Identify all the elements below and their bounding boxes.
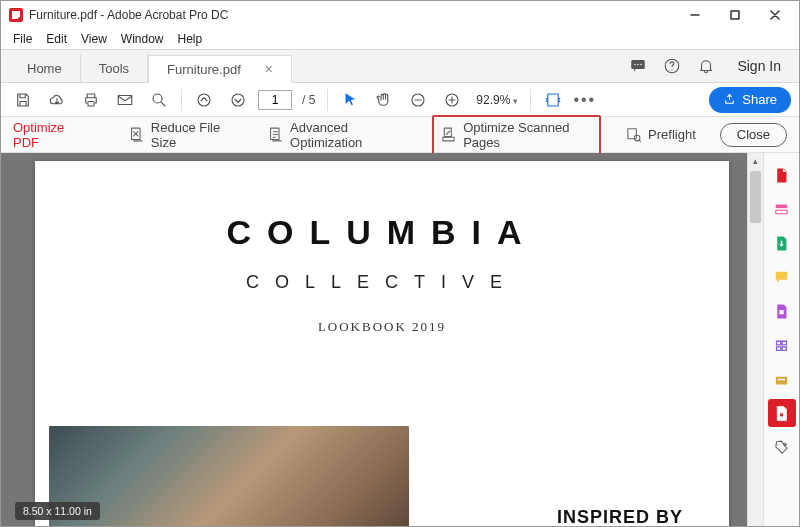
app-icon bbox=[9, 8, 23, 22]
zoom-out-icon[interactable] bbox=[404, 86, 432, 114]
rail-combine-icon[interactable] bbox=[768, 195, 796, 223]
svg-point-7 bbox=[153, 94, 162, 103]
rail-protect-icon[interactable] bbox=[768, 365, 796, 393]
vertical-scrollbar[interactable]: ▴ bbox=[747, 153, 763, 526]
svg-rect-19 bbox=[776, 204, 787, 208]
svg-point-9 bbox=[232, 94, 244, 106]
doc-inspired-label: INSPIRED BY bbox=[557, 507, 683, 526]
svg-rect-22 bbox=[776, 376, 787, 384]
svg-point-4 bbox=[641, 64, 643, 66]
close-window-button[interactable] bbox=[755, 1, 795, 29]
doc-subheading: COLLECTIVE bbox=[35, 272, 729, 293]
svg-rect-21 bbox=[779, 310, 783, 314]
tab-document-label: Furniture.pdf bbox=[167, 62, 241, 77]
menu-window[interactable]: Window bbox=[115, 30, 170, 48]
svg-point-3 bbox=[638, 64, 640, 66]
more-tools-icon[interactable]: ••• bbox=[573, 91, 596, 109]
svg-point-8 bbox=[198, 94, 210, 106]
print-icon[interactable] bbox=[77, 86, 105, 114]
svg-rect-17 bbox=[628, 129, 637, 139]
select-cursor-icon[interactable] bbox=[336, 86, 364, 114]
optimize-scanned-pages-label: Optimize Scanned Pages bbox=[463, 120, 593, 150]
minimize-button[interactable] bbox=[675, 1, 715, 29]
svg-rect-12 bbox=[548, 94, 559, 106]
share-button-label: Share bbox=[742, 92, 777, 107]
scanner-icon bbox=[440, 126, 457, 143]
advanced-optimization-label: Advanced Optimization bbox=[290, 120, 408, 150]
help-icon[interactable] bbox=[663, 57, 681, 75]
right-tool-rail bbox=[763, 153, 799, 526]
advanced-optimization-button[interactable]: Advanced Optimization bbox=[261, 117, 414, 153]
rail-organize-icon[interactable] bbox=[768, 297, 796, 325]
tab-home-label: Home bbox=[27, 61, 62, 76]
svg-rect-0 bbox=[731, 11, 739, 19]
menu-file[interactable]: File bbox=[7, 30, 38, 48]
share-button[interactable]: Share bbox=[709, 87, 791, 113]
maximize-button[interactable] bbox=[715, 1, 755, 29]
svg-rect-16 bbox=[443, 137, 454, 141]
optimize-toolbar: Optimize PDF Reduce File Size Advanced O… bbox=[1, 117, 799, 153]
advanced-icon bbox=[267, 126, 284, 143]
page-total-label: / 5 bbox=[298, 93, 319, 107]
tab-home[interactable]: Home bbox=[9, 54, 81, 82]
svg-point-2 bbox=[635, 64, 637, 66]
reduce-file-icon bbox=[128, 126, 145, 143]
rail-comment-icon[interactable] bbox=[768, 263, 796, 291]
preflight-icon bbox=[625, 126, 642, 143]
menu-edit[interactable]: Edit bbox=[40, 30, 73, 48]
rail-export-icon[interactable] bbox=[768, 229, 796, 257]
rail-stamp-icon[interactable] bbox=[768, 331, 796, 359]
tabstrip: Home Tools Furniture.pdf × Sign In bbox=[1, 49, 799, 83]
rail-more-tools-icon[interactable] bbox=[768, 433, 796, 461]
comment-bubble-icon[interactable] bbox=[629, 57, 647, 75]
tab-tools-label: Tools bbox=[99, 61, 129, 76]
svg-rect-6 bbox=[118, 95, 132, 104]
menubar: File Edit View Window Help bbox=[1, 29, 799, 49]
zoom-in-icon[interactable] bbox=[438, 86, 466, 114]
tab-tools[interactable]: Tools bbox=[81, 54, 148, 82]
window-title: Furniture.pdf - Adobe Acrobat Pro DC bbox=[29, 8, 675, 22]
scrollbar-thumb[interactable] bbox=[750, 171, 761, 223]
document-viewport[interactable]: COLUMBIA COLLECTIVE LOOKBOOK 2019 INSPIR… bbox=[1, 153, 763, 526]
search-icon[interactable] bbox=[145, 86, 173, 114]
svg-rect-20 bbox=[776, 210, 787, 214]
titlebar: Furniture.pdf - Adobe Acrobat Pro DC bbox=[1, 1, 799, 29]
zoom-dropdown[interactable]: 92.9% bbox=[472, 91, 522, 109]
page-down-icon[interactable] bbox=[224, 86, 252, 114]
save-icon[interactable] bbox=[9, 86, 37, 114]
tabstrip-right-controls: Sign In bbox=[629, 50, 791, 82]
page-dimensions-badge: 8.50 x 11.00 in bbox=[15, 502, 100, 520]
preflight-label: Preflight bbox=[648, 127, 696, 142]
pdf-page: COLUMBIA COLLECTIVE LOOKBOOK 2019 INSPIR… bbox=[35, 161, 729, 526]
page-number-input[interactable] bbox=[258, 90, 292, 110]
optimize-scanned-pages-button[interactable]: Optimize Scanned Pages bbox=[432, 115, 601, 155]
doc-subtitle: LOOKBOOK 2019 bbox=[35, 319, 729, 335]
close-optimize-button[interactable]: Close bbox=[720, 123, 787, 147]
bell-icon[interactable] bbox=[697, 57, 715, 75]
preflight-button[interactable]: Preflight bbox=[619, 123, 702, 146]
rail-create-pdf-icon[interactable] bbox=[768, 161, 796, 189]
menu-help[interactable]: Help bbox=[172, 30, 209, 48]
scroll-up-icon[interactable]: ▴ bbox=[748, 153, 763, 169]
hand-pan-icon[interactable] bbox=[370, 86, 398, 114]
close-tab-icon[interactable]: × bbox=[265, 61, 273, 77]
reduce-file-size-button[interactable]: Reduce File Size bbox=[122, 117, 243, 153]
tab-document[interactable]: Furniture.pdf × bbox=[148, 55, 292, 83]
doc-heading: COLUMBIA bbox=[35, 213, 729, 252]
main-toolbar: / 5 92.9% ••• Share bbox=[1, 83, 799, 117]
optimize-title: Optimize PDF bbox=[13, 120, 86, 150]
cloud-icon[interactable] bbox=[43, 86, 71, 114]
rail-optimize-icon[interactable] bbox=[768, 399, 796, 427]
page-up-icon[interactable] bbox=[190, 86, 218, 114]
doc-photo bbox=[49, 426, 409, 526]
menu-view[interactable]: View bbox=[75, 30, 113, 48]
fit-width-icon[interactable] bbox=[539, 86, 567, 114]
sign-in-link[interactable]: Sign In bbox=[737, 58, 781, 74]
mail-icon[interactable] bbox=[111, 86, 139, 114]
reduce-file-size-label: Reduce File Size bbox=[151, 120, 237, 150]
